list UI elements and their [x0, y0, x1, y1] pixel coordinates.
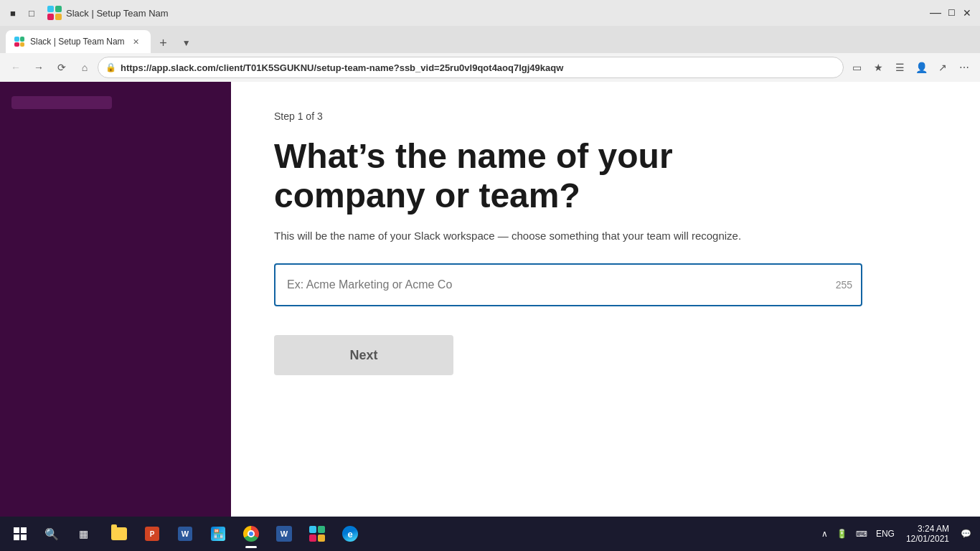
- title-bar: ■ □ Slack | Setup Team Nam — ☐ ✕: [0, 0, 980, 26]
- taskbar-word2[interactable]: W: [268, 518, 300, 550]
- taskbar-keyboard-icon[interactable]: ⌨: [853, 519, 870, 548]
- next-button-label: Next: [349, 348, 377, 363]
- main-heading: What’s the name of your company or team?: [274, 136, 862, 215]
- heading-line1: What’s the name of your: [274, 137, 673, 175]
- task-view-button[interactable]: ▦: [69, 519, 98, 548]
- taskbar-apps: P W 🏪 W: [103, 518, 366, 550]
- time-display: 3:24 AM: [918, 524, 949, 534]
- date-display: 12/01/2021: [906, 534, 949, 544]
- more-button[interactable]: ⋯: [954, 57, 974, 77]
- sub-text: This will be the name of your Slack work…: [274, 230, 862, 242]
- folder-icon: [111, 527, 127, 540]
- slack-favicon: [47, 6, 62, 20]
- task-view-icon: ▦: [79, 528, 88, 540]
- chrome-icon: [243, 526, 259, 542]
- main-area: Step 1 of 3 What’s the name of your comp…: [0, 82, 980, 517]
- favorites-button[interactable]: ★: [868, 57, 888, 77]
- home-button[interactable]: ⌂: [75, 57, 95, 77]
- slack-sidebar: [0, 82, 231, 517]
- profile-button[interactable]: 👤: [911, 57, 931, 77]
- taskbar-store[interactable]: 🏪: [202, 518, 234, 550]
- windows-icon: [14, 527, 27, 540]
- address-actions: ▭ ★ ☰ 👤 ↗ ⋯: [847, 57, 974, 77]
- close-button[interactable]: ✕: [960, 6, 974, 20]
- title-bar-icons: ■ □: [6, 6, 39, 20]
- new-tab-button[interactable]: +: [154, 33, 174, 53]
- step-indicator: Step 1 of 3: [274, 110, 937, 122]
- taskbar-language[interactable]: ENG: [873, 519, 897, 548]
- input-container: 255: [274, 263, 862, 306]
- chevron-up-icon: ∧: [821, 529, 828, 539]
- tab-close-button[interactable]: ✕: [131, 36, 142, 47]
- battery-icon: 🔋: [837, 529, 847, 539]
- language-label: ENG: [876, 529, 895, 539]
- tab-bar: Slack | Setup Team Nam ✕ + ▼: [0, 26, 980, 53]
- next-button[interactable]: Next: [274, 335, 453, 375]
- taskbar-slack[interactable]: [301, 518, 333, 550]
- sidebar-placeholder: [11, 96, 112, 109]
- forward-button[interactable]: →: [29, 57, 49, 77]
- store-icon: 🏪: [211, 527, 225, 541]
- char-count: 255: [836, 279, 852, 291]
- taskbar-powerpoint[interactable]: P: [136, 518, 168, 550]
- taskbar-right: ∧ 🔋 ⌨ ENG 3:24 AM 12/01/2021 💬: [819, 519, 974, 548]
- word-icon: W: [178, 527, 192, 541]
- nav-back-icon: ■: [6, 6, 20, 20]
- address-bar: ← → ⟳ ⌂ 🔒 https://app.slack.com/client/T…: [0, 53, 980, 82]
- tab-title: Slack | Setup Team Nam: [30, 37, 125, 47]
- url-path: /client/T01K5SGUKNU/setup-team-name?ssb_…: [216, 62, 563, 73]
- taskbar-search-button[interactable]: 🔍: [37, 519, 66, 548]
- edge-icon: e: [342, 526, 358, 542]
- refresh-button[interactable]: ⟳: [52, 57, 72, 77]
- tab-title-text: Slack | Setup Team Nam: [66, 8, 169, 19]
- word2-icon: W: [276, 526, 292, 542]
- taskbar-chrome[interactable]: [235, 518, 267, 550]
- taskbar-notifications-button[interactable]: 💬: [958, 519, 974, 548]
- url-text: https://app.slack.com/client/T01K5SGUKNU…: [121, 62, 836, 73]
- url-bar[interactable]: 🔒 https://app.slack.com/client/T01K5SGUK…: [98, 57, 844, 78]
- collections-button[interactable]: ☰: [890, 57, 910, 77]
- maximize-button[interactable]: ☐: [944, 6, 958, 20]
- lock-icon: 🔒: [105, 62, 116, 72]
- taskbar-edge[interactable]: e: [334, 518, 366, 550]
- taskbar-chevron-button[interactable]: ∧: [819, 519, 831, 548]
- workspace-name-input[interactable]: [274, 263, 862, 306]
- heading-line2: company or team?: [274, 176, 580, 215]
- form-area: Step 1 of 3 What’s the name of your comp…: [231, 82, 980, 517]
- taskbar-clock[interactable]: 3:24 AM 12/01/2021: [900, 524, 955, 544]
- taskbar: 🔍 ▦ P W 🏪 W: [0, 517, 980, 551]
- tab-dropdown-button[interactable]: ▼: [176, 33, 197, 53]
- tab-favicon: [14, 37, 24, 47]
- taskbar-word[interactable]: W: [169, 518, 201, 550]
- keyboard-icon: ⌨: [856, 529, 867, 539]
- split-tab-button[interactable]: ▭: [847, 57, 867, 77]
- nav-forward-icon: □: [24, 6, 39, 20]
- start-button[interactable]: [6, 519, 34, 548]
- taskbar-battery-icon[interactable]: 🔋: [834, 519, 850, 548]
- taskbar-file-explorer[interactable]: [103, 518, 135, 550]
- notification-icon: 💬: [961, 529, 971, 539]
- back-button[interactable]: ←: [6, 57, 26, 77]
- search-icon: 🔍: [44, 527, 59, 541]
- slack-taskbar-icon: [309, 526, 325, 542]
- active-tab[interactable]: Slack | Setup Team Nam ✕: [6, 30, 151, 53]
- minimize-button[interactable]: —: [928, 6, 943, 20]
- share-button[interactable]: ↗: [933, 57, 953, 77]
- ppt-icon: P: [145, 527, 159, 541]
- url-bold-part: https://app.slack.com: [121, 62, 216, 73]
